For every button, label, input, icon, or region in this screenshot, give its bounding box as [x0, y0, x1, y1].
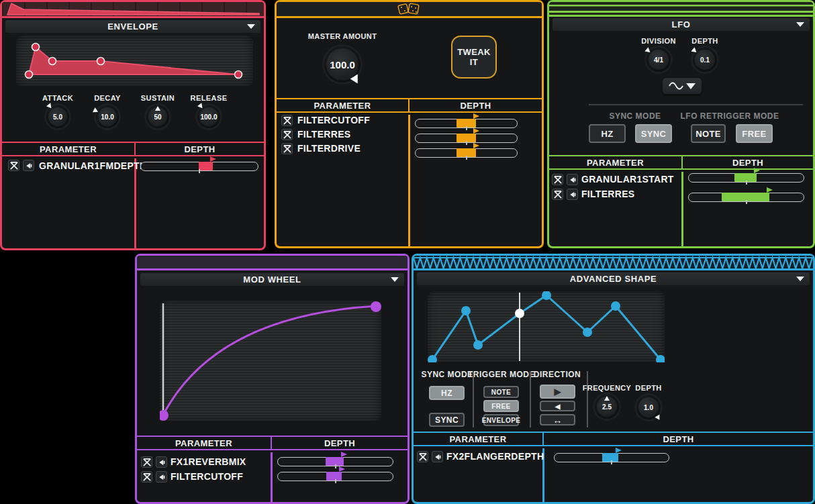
remove-param-button[interactable]	[552, 189, 563, 200]
envelope-preview-strip[interactable]	[2, 2, 264, 18]
hz-label: HZ	[441, 389, 452, 398]
modwheel-table-divider	[271, 452, 273, 502]
advanced-table-header: PARAMETER DEPTH	[414, 432, 813, 446]
note-label: NOTE	[696, 129, 721, 139]
decay-knob[interactable]: 10.0	[96, 105, 119, 128]
arrow-left-icon: ◀	[555, 403, 561, 410]
depth-header: DEPTH	[134, 143, 264, 155]
frequency-value: 2.5	[602, 403, 612, 411]
depth-header: DEPTH	[408, 99, 542, 111]
remove-param-button[interactable]	[552, 174, 563, 185]
depth-slider[interactable]	[415, 119, 518, 128]
tweak-it-label: TWEAK IT	[452, 47, 495, 67]
randomizer-table-header: PARAMETER DEPTH	[277, 98, 542, 113]
randomizer-strip[interactable]	[277, 2, 542, 18]
modwheel-curve-graph[interactable]	[160, 301, 381, 421]
remove-param-button[interactable]	[141, 471, 152, 483]
dice-icon	[395, 2, 422, 17]
envelope-graph[interactable]	[16, 36, 253, 87]
retrigger-note-button[interactable]: NOTE	[691, 124, 726, 143]
adv-direction-label: DIRECTION	[534, 370, 581, 379]
lfo-preview-strip[interactable]	[549, 2, 813, 17]
master-amount-label: MASTER AMOUNT	[308, 32, 377, 40]
adv-depth-knob[interactable]: 1.0	[636, 395, 661, 419]
depth-slider-handle[interactable]	[602, 453, 618, 462]
advanced-header-dropdown[interactable]: ADVANCED SHAPE	[417, 272, 810, 285]
lfo-depth-pointer	[691, 47, 698, 54]
adv-sync-button[interactable]: SYNC	[429, 413, 465, 427]
sustain-pointer	[155, 106, 160, 111]
depth-slider-tick	[466, 126, 467, 130]
direction-bidirectional-button[interactable]: ↔	[540, 414, 575, 425]
depth-slider[interactable]	[140, 162, 258, 171]
lfo-divider-line	[589, 104, 803, 105]
divider	[587, 371, 588, 427]
mute-param-button[interactable]	[567, 174, 578, 185]
mute-param-button[interactable]	[156, 456, 167, 468]
depth-slider[interactable]	[277, 472, 393, 481]
remove-x-icon	[143, 473, 151, 481]
sustain-label: SUSTAIN	[141, 94, 175, 102]
lfo-depth-knob[interactable]: 0.1	[693, 48, 717, 72]
depth-header: DEPTH	[542, 433, 813, 445]
envelope-label: ENVELOPE	[482, 417, 521, 424]
division-knob[interactable]: 4/1	[646, 48, 671, 72]
lfo-waveform-selector[interactable]	[662, 77, 702, 95]
depth-slider-handle[interactable]	[199, 162, 213, 170]
frequency-knob[interactable]: 2.5	[595, 395, 619, 419]
depth-slider-handle[interactable]	[326, 472, 342, 481]
mute-param-button[interactable]	[23, 160, 34, 171]
remove-param-button[interactable]	[141, 456, 152, 468]
mute-param-button[interactable]	[156, 471, 167, 483]
speaker-icon	[569, 176, 577, 184]
depth-slider-tick	[335, 464, 336, 468]
modwheel-panel: MOD WHEEL PARAMETER DEPTH FX1REVERBMIX	[135, 254, 410, 504]
depth-slider[interactable]	[688, 193, 804, 202]
master-amount-knob[interactable]: 100.0	[324, 46, 361, 83]
remove-param-button[interactable]	[8, 160, 19, 171]
depth-slider[interactable]	[415, 148, 518, 158]
advanced-preview-strip[interactable]	[414, 256, 813, 270]
depth-slider[interactable]	[415, 134, 518, 143]
param-name: FILTERRES	[581, 189, 634, 200]
trigger-free-button[interactable]: FREE	[483, 400, 519, 412]
sync-mode-label: SYNC MODE	[609, 111, 661, 121]
release-knob[interactable]: 100.0	[197, 105, 220, 128]
mute-param-button[interactable]	[432, 451, 443, 462]
parameter-header: PARAMETER	[137, 437, 271, 449]
mute-param-button[interactable]	[567, 189, 578, 200]
shape-editor-graph[interactable]	[428, 291, 665, 362]
remove-param-button[interactable]	[281, 115, 293, 126]
modwheel-header-dropdown[interactable]: MOD WHEEL	[140, 273, 404, 286]
envelope-curve	[16, 36, 253, 87]
remove-param-button[interactable]	[281, 143, 293, 154]
retrigger-free-button[interactable]: FREE	[736, 124, 773, 143]
depth-slider[interactable]	[688, 173, 804, 183]
lfo-table-header: PARAMETER DEPTH	[549, 155, 813, 170]
lfo-header-dropdown[interactable]: LFO	[553, 18, 810, 31]
trigger-note-button[interactable]: NOTE	[483, 386, 519, 398]
attack-knob[interactable]: 5.0	[46, 105, 69, 128]
adv-hz-button[interactable]: HZ	[429, 386, 465, 400]
chevron-down-icon	[391, 277, 399, 282]
remove-param-button[interactable]	[281, 129, 293, 140]
attack-value: 5.0	[53, 113, 62, 121]
trigger-envelope-button[interactable]: ENVELOPE	[483, 414, 519, 426]
lfo-hz-button[interactable]: HZ	[589, 124, 626, 143]
depth-slider-tick	[466, 156, 467, 160]
sustain-knob[interactable]: 50	[146, 105, 169, 128]
randomizer-panel: MASTER AMOUNT 100.0 TWEAK IT PARAMETER D…	[275, 0, 544, 248]
remove-param-button[interactable]	[417, 451, 428, 462]
depth-slider[interactable]	[277, 457, 393, 466]
advanced-title: ADVANCED SHAPE	[570, 274, 657, 284]
modwheel-strip[interactable]	[137, 256, 408, 270]
shape-polyline	[428, 291, 665, 362]
direction-forward-button[interactable]: ▶	[540, 385, 575, 399]
direction-backward-button[interactable]: ◀	[540, 401, 575, 411]
lfo-sync-button[interactable]: SYNC	[635, 124, 672, 143]
tweak-it-button[interactable]: TWEAK IT	[451, 36, 497, 79]
envelope-header-dropdown[interactable]: ENVELOPE	[5, 20, 260, 33]
sync-label: SYNC	[435, 415, 459, 425]
envelope-panel: ENVELOPE ATTACK DECAY SUSTAIN RELEASE 5.…	[0, 0, 266, 250]
depth-slider[interactable]	[554, 453, 669, 462]
